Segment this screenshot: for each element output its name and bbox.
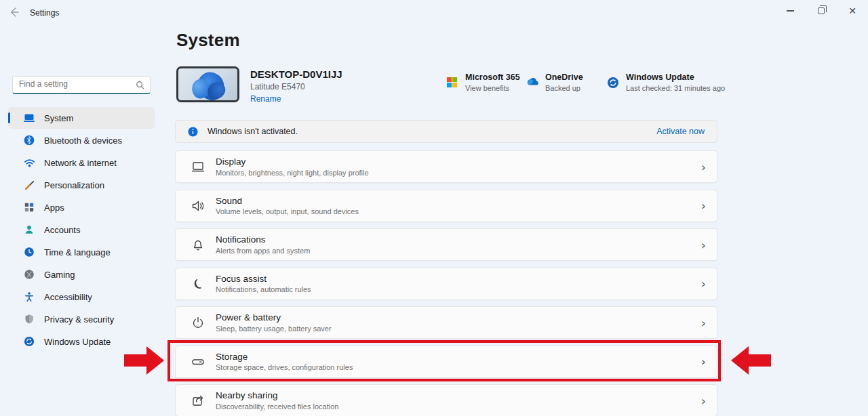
sidebar-item-label: System xyxy=(44,113,73,123)
system-icon xyxy=(23,112,35,124)
sidebar-item-label: Network & internet xyxy=(44,158,117,168)
page-title: System xyxy=(176,30,240,51)
onedrive-cloud-icon xyxy=(526,77,538,89)
sidebar-item-windows-update[interactable]: Windows Update xyxy=(8,331,155,352)
bell-icon xyxy=(191,237,205,252)
close-button[interactable]: ✕ xyxy=(837,0,868,22)
shield-icon xyxy=(23,313,35,325)
sidebar-item-bluetooth-devices[interactable]: Bluetooth & devices xyxy=(8,129,155,151)
row-subtitle: Monitors, brightness, night light, displ… xyxy=(216,169,369,177)
power-icon xyxy=(191,315,205,330)
update-icon xyxy=(23,335,35,348)
sidebar-item-privacy-security[interactable]: Privacy & security xyxy=(8,308,155,330)
sidebar-item-label: Bluetooth & devices xyxy=(44,136,122,146)
search-icon xyxy=(136,81,144,89)
quick-link-onedrive[interactable]: OneDrive Backed up xyxy=(526,72,583,92)
quick-link-subtitle: Backed up xyxy=(545,84,583,92)
sidebar-item-label: Windows Update xyxy=(44,337,111,347)
row-sound[interactable]: Sound Volume levels, output, input, soun… xyxy=(175,190,717,222)
xbox-icon xyxy=(23,268,35,280)
restore-icon xyxy=(818,7,825,14)
row-notifications[interactable]: Notifications Alerts from apps and syste… xyxy=(175,228,717,261)
microsoft-logo-icon xyxy=(446,77,458,89)
info-icon xyxy=(188,127,198,137)
row-subtitle: Discoverability, received files location xyxy=(216,402,338,411)
sidebar-item-label: Time & language xyxy=(44,247,111,257)
banner-message: Windows isn't activated. xyxy=(208,127,298,136)
activate-now-link[interactable]: Activate now xyxy=(656,127,705,136)
share-icon xyxy=(191,393,205,408)
chevron-right-icon: › xyxy=(701,394,706,408)
row-title: Sound xyxy=(216,196,359,206)
device-thumbnail xyxy=(176,66,239,102)
display-icon xyxy=(191,159,205,174)
quick-link-subtitle: View benefits xyxy=(465,84,520,92)
sidebar-item-label: Accounts xyxy=(44,225,80,235)
sidebar-item-time-language[interactable]: Time & language xyxy=(8,241,155,263)
sidebar-item-label: Privacy & security xyxy=(44,314,114,325)
row-storage[interactable]: Storage Storage space, drives, configura… xyxy=(175,346,717,378)
quick-link-windows-update[interactable]: Windows Update Last checked: 31 minutes … xyxy=(607,72,725,92)
chevron-right-icon: › xyxy=(701,354,706,369)
sidebar-item-label: Gaming xyxy=(44,270,75,280)
sidebar: System Bluetooth & devices Network & int… xyxy=(0,70,163,353)
row-subtitle: Storage space, drives, configuration rul… xyxy=(216,363,353,371)
apps-grid-icon xyxy=(23,201,35,213)
chevron-right-icon: › xyxy=(701,276,706,291)
sidebar-item-network-internet[interactable]: Network & internet xyxy=(8,152,155,173)
person-icon xyxy=(23,224,35,236)
sidebar-item-apps[interactable]: Apps xyxy=(8,196,155,218)
device-card: DESKTOP-D0V1IJJ Latitude E5470 Rename xyxy=(176,66,342,104)
activation-banner: Windows isn't activated. Activate now xyxy=(175,120,717,143)
back-icon[interactable] xyxy=(8,6,20,18)
row-subtitle: Alerts from apps and system xyxy=(216,247,310,255)
search-input[interactable] xyxy=(13,77,150,93)
quick-link-subtitle: Last checked: 31 minutes ago xyxy=(626,84,725,92)
chevron-right-icon: › xyxy=(701,160,706,174)
row-title: Nearby sharing xyxy=(216,390,338,400)
row-nearby-sharing[interactable]: Nearby sharing Discoverability, received… xyxy=(175,384,717,416)
chevron-right-icon: › xyxy=(701,238,706,252)
search-box[interactable] xyxy=(12,76,151,94)
rename-link[interactable]: Rename xyxy=(250,94,342,104)
drive-icon xyxy=(191,354,205,369)
sidebar-item-accounts[interactable]: Accounts xyxy=(8,219,155,241)
titlebar: Settings ✕ xyxy=(0,0,868,23)
row-title: Storage xyxy=(216,352,353,362)
close-icon: ✕ xyxy=(848,6,856,16)
row-title: Notifications xyxy=(216,234,310,245)
restore-button[interactable] xyxy=(806,0,837,22)
row-subtitle: Sleep, battery usage, battery saver xyxy=(216,325,332,333)
sidebar-item-system[interactable]: System xyxy=(8,107,155,129)
quick-link-microsoft-365[interactable]: Microsoft 365 View benefits xyxy=(446,72,520,92)
row-focus-assist[interactable]: Focus assist Notifications, automatic ru… xyxy=(175,268,717,300)
minimize-button[interactable] xyxy=(774,0,806,22)
sidebar-item-label: Apps xyxy=(44,203,64,213)
annotation-arrow-left-icon xyxy=(730,346,771,375)
window-title: Settings xyxy=(30,8,59,18)
minimize-icon xyxy=(787,10,794,11)
row-display[interactable]: Display Monitors, brightness, night ligh… xyxy=(175,150,717,183)
quick-link-title: Microsoft 365 xyxy=(465,72,520,82)
sidebar-item-gaming[interactable]: Gaming xyxy=(8,264,155,285)
speaker-icon xyxy=(191,199,205,213)
chevron-right-icon: › xyxy=(701,316,706,330)
quick-link-title: Windows Update xyxy=(626,72,725,82)
sidebar-item-label: Accessibility xyxy=(44,292,92,302)
device-model: Latitude E5470 xyxy=(250,82,342,91)
device-name: DESKTOP-D0V1IJJ xyxy=(250,68,342,80)
accessibility-person-icon xyxy=(23,291,35,303)
chevron-right-icon: › xyxy=(701,199,706,213)
clock-globe-icon xyxy=(23,246,35,258)
bluetooth-icon xyxy=(23,134,35,146)
sidebar-item-label: Personalization xyxy=(44,180,104,190)
row-subtitle: Volume levels, output, input, sound devi… xyxy=(216,207,359,215)
row-power-battery[interactable]: Power & battery Sleep, battery usage, ba… xyxy=(175,306,717,339)
sidebar-item-accessibility[interactable]: Accessibility xyxy=(8,286,155,308)
row-subtitle: Notifications, automatic rules xyxy=(216,285,311,293)
sidebar-item-personalization[interactable]: Personalization xyxy=(8,174,155,196)
row-title: Power & battery xyxy=(216,312,332,323)
brush-icon xyxy=(23,179,35,191)
settings-list: Display Monitors, brightness, night ligh… xyxy=(175,150,717,416)
row-title: Focus assist xyxy=(216,274,311,284)
